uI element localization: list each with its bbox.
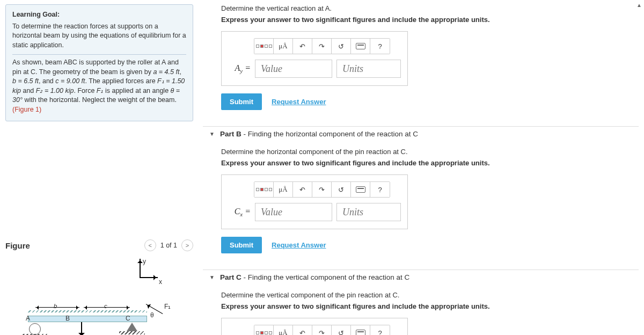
theta-label: θ [150, 311, 154, 319]
part-b-instructions: Express your answer to two significant f… [221, 159, 639, 167]
special-char-button[interactable]: μÅ [274, 39, 293, 54]
axis-x-label: x [159, 278, 162, 286]
point-c-label: C [126, 315, 130, 322]
axis-y-label: y [143, 258, 146, 265]
part-a-toolbar: μÅ ↶ ↷ ↺ ? [254, 38, 390, 54]
part-c-subtitle: - Finding the vertical component of the … [241, 273, 410, 281]
reset-button[interactable]: ↺ [332, 39, 351, 54]
part-a-submit-button[interactable]: Submit [221, 93, 262, 110]
part-b-units-input[interactable] [336, 203, 401, 221]
goal-mid4: with the horizontal. Neglect the weight … [23, 96, 177, 104]
part-a-request-answer-link[interactable]: Request Answer [272, 98, 326, 106]
keyboard-button[interactable] [351, 39, 370, 54]
scroll-up-icon[interactable]: ▲ [636, 2, 642, 8]
undo-button[interactable]: ↶ [293, 325, 312, 335]
part-a-body: Determine the vertical reaction at A. Ex… [203, 4, 639, 126]
learning-goal-desc: To determine the reaction forces at supp… [12, 22, 186, 50]
learning-goal-body: As shown, beam ABC is supported by the r… [12, 54, 186, 114]
help-button[interactable]: ? [370, 325, 390, 335]
point-b-label: B [65, 315, 70, 322]
keyboard-icon [356, 330, 365, 335]
point-a-label: A [26, 315, 30, 322]
special-char-button[interactable]: μÅ [274, 325, 293, 335]
figure-section: Figure < 1 of 1 > y x b c A B C [5, 239, 193, 335]
part-b-header[interactable]: ▼ Part B - Finding the horizontal compon… [203, 126, 639, 141]
figure-link[interactable]: (Figure 1) [12, 106, 41, 113]
keyboard-button[interactable] [351, 182, 370, 197]
figure-title: Figure [5, 241, 30, 250]
template-button[interactable] [254, 182, 274, 197]
learning-goal-box: Learning Goal: To determine the reaction… [5, 4, 193, 121]
part-c-instructions: Express your answer to two significant f… [221, 302, 639, 310]
figure-pager-label: 1 of 1 [160, 242, 177, 249]
keyboard-icon [356, 43, 365, 49]
part-b-label: Part B [220, 130, 241, 138]
goal-b: b = 6.5 ft [12, 77, 39, 85]
template-button[interactable] [254, 39, 274, 54]
figure-diagram: y x b c A B C a F₁ θ F₂ [5, 259, 177, 335]
figure-pager: < 1 of 1 > [144, 239, 193, 251]
part-b-value-input[interactable] [255, 203, 332, 221]
part-c-prompt: Determine the vertical component of the … [221, 291, 639, 299]
part-c-body: Determine the vertical component of the … [203, 291, 639, 335]
redo-button[interactable]: ↷ [312, 182, 332, 197]
redo-button[interactable]: ↷ [312, 39, 332, 54]
keyboard-icon [356, 186, 365, 193]
special-char-button[interactable]: μÅ [274, 182, 293, 197]
dim-b: b [54, 303, 57, 309]
part-c-toolbar: μÅ ↶ ↷ ↺ ? [254, 325, 390, 335]
help-button[interactable]: ? [370, 39, 390, 54]
help-button[interactable]: ? [370, 182, 390, 197]
part-b-subtitle: - Finding the horizontal component of th… [241, 130, 418, 138]
goal-a: a = 4.5 ft [153, 68, 179, 76]
part-c-answer-box: μÅ ↶ ↷ ↺ ? Cy = [221, 318, 408, 335]
figure-next-button[interactable]: > [181, 239, 193, 251]
goal-mid3: is applied at an angle [103, 87, 170, 94]
part-a-variable: Ay = [228, 63, 251, 74]
goal-mid: . The applied forces are [85, 77, 158, 85]
goal-f2: F₂ = 1.00 kip [36, 87, 74, 94]
reset-button[interactable]: ↺ [332, 325, 351, 335]
part-a-answer-box: μÅ ↶ ↷ ↺ ? Ay = [221, 31, 408, 86]
part-b-variable: Cx = [228, 207, 251, 217]
part-b-toolbar: μÅ ↶ ↷ ↺ ? [254, 181, 390, 198]
goal-mid2: . Force [74, 87, 96, 94]
part-c-label: Part C [220, 273, 241, 281]
collapse-icon: ▼ [209, 274, 215, 280]
undo-button[interactable]: ↶ [293, 39, 312, 54]
part-b-answer-box: μÅ ↶ ↷ ↺ ? Cx = [221, 174, 408, 229]
keyboard-button[interactable] [351, 325, 370, 335]
goal-c: c = 9.00 ft [55, 77, 85, 85]
part-a-value-input[interactable] [255, 60, 332, 78]
part-b-prompt: Determine the horizontal component of th… [221, 148, 639, 156]
part-b-body: Determine the horizontal component of th… [203, 148, 639, 270]
undo-button[interactable]: ↶ [293, 182, 312, 197]
template-button[interactable] [254, 325, 274, 335]
part-a-units-input[interactable] [336, 60, 401, 78]
goal-sep: , [179, 68, 181, 76]
goal-and2: and [21, 87, 36, 94]
part-a-instructions: Express your answer to two significant f… [221, 16, 639, 24]
dim-c: c [104, 303, 107, 309]
collapse-icon: ▼ [209, 131, 215, 137]
goal-and: , and [39, 77, 55, 85]
part-a-prompt: Determine the vertical reaction at A. [221, 4, 639, 12]
figure-prev-button[interactable]: < [144, 239, 156, 251]
learning-goal-title: Learning Goal: [12, 10, 186, 20]
force-f1-label: F₁ [164, 303, 171, 310]
part-b-submit-button[interactable]: Submit [221, 237, 262, 253]
goal-f1v: F₁ [97, 87, 104, 94]
redo-button[interactable]: ↷ [312, 325, 332, 335]
reset-button[interactable]: ↺ [332, 182, 351, 197]
part-c-header[interactable]: ▼ Part C - Finding the vertical componen… [203, 270, 639, 285]
part-b-request-answer-link[interactable]: Request Answer [272, 241, 326, 249]
